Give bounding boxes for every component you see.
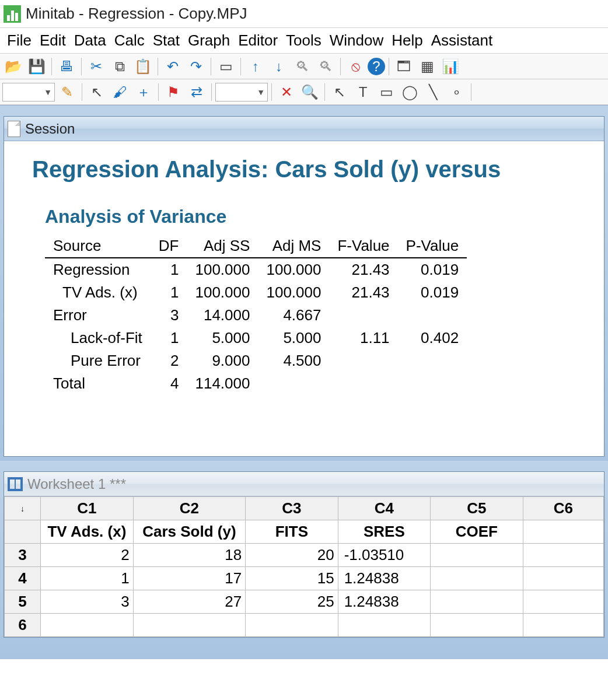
- row-header[interactable]: 5: [5, 590, 41, 614]
- col-header[interactable]: C6: [523, 497, 603, 520]
- style-dropdown[interactable]: ▼: [215, 83, 268, 102]
- cell[interactable]: 18: [133, 544, 246, 567]
- cut-icon[interactable]: ✂: [85, 56, 107, 77]
- col-name[interactable]: TV Ads. (x): [41, 520, 133, 544]
- crosshair-icon[interactable]: ＋: [132, 82, 155, 103]
- cell[interactable]: 15: [246, 567, 338, 590]
- help-icon[interactable]: ?: [368, 58, 385, 75]
- col-header[interactable]: C5: [431, 497, 523, 520]
- col-header[interactable]: C2: [133, 497, 246, 520]
- arrow-down-icon[interactable]: ↓: [268, 56, 290, 77]
- cell[interactable]: 1.24838: [338, 590, 430, 614]
- session-window[interactable]: Session Regression Analysis: Cars Sold (…: [4, 116, 604, 457]
- anova-cell: 1: [151, 327, 187, 349]
- menu-data[interactable]: Data: [71, 30, 110, 51]
- cell[interactable]: [523, 567, 603, 590]
- cell[interactable]: [338, 614, 430, 637]
- select-icon[interactable]: ↖: [329, 82, 351, 103]
- cell[interactable]: 1.24838: [338, 567, 430, 590]
- zoom-icon[interactable]: 🔍: [299, 82, 321, 103]
- cell[interactable]: 17: [133, 567, 246, 590]
- col-header[interactable]: C1: [41, 497, 133, 520]
- copy-icon[interactable]: ⧉: [109, 56, 131, 77]
- col-name[interactable]: Cars Sold (y): [133, 520, 246, 544]
- font-dropdown[interactable]: ▼: [2, 83, 55, 102]
- worksheet-window[interactable]: Worksheet 1 *** ↓C1C2C3C4C5C6 TV Ads. (x…: [4, 471, 604, 638]
- col-name[interactable]: FITS: [246, 520, 338, 544]
- cell[interactable]: [431, 567, 523, 590]
- col-name[interactable]: COEF: [431, 520, 523, 544]
- table-row: 5327251.24838: [5, 590, 604, 614]
- circle-tool-icon[interactable]: ◯: [399, 82, 421, 103]
- anova-header: Source: [45, 235, 151, 258]
- paste-icon[interactable]: 📋: [132, 56, 154, 77]
- menu-stat[interactable]: Stat: [149, 30, 183, 51]
- menu-calc[interactable]: Calc: [111, 30, 148, 51]
- anova-cell: 100.000: [187, 258, 258, 281]
- row-header[interactable]: 4: [5, 567, 41, 590]
- cell[interactable]: 2: [41, 544, 133, 567]
- marker-tool-icon[interactable]: ∘: [445, 82, 467, 103]
- worksheet-corner[interactable]: ↓: [5, 497, 41, 520]
- show-graphs-icon[interactable]: 📊: [439, 56, 462, 77]
- text-tool-icon[interactable]: T: [352, 82, 374, 103]
- col-name[interactable]: SRES: [338, 520, 430, 544]
- swap-icon[interactable]: ⇄: [186, 82, 208, 103]
- cell[interactable]: 1: [41, 567, 133, 590]
- col-header[interactable]: C3: [246, 497, 338, 520]
- flag-icon[interactable]: ⚑: [162, 82, 184, 103]
- cell[interactable]: [246, 614, 338, 637]
- cell[interactable]: 25: [246, 590, 338, 614]
- undo-icon[interactable]: ↶: [162, 56, 184, 77]
- save-icon[interactable]: 💾: [26, 56, 48, 77]
- cell[interactable]: [523, 614, 603, 637]
- col-header[interactable]: C4: [338, 497, 430, 520]
- show-session-icon[interactable]: 🗔: [393, 56, 415, 77]
- row-header[interactable]: 3: [5, 544, 41, 567]
- cell[interactable]: -1.03510: [338, 544, 430, 567]
- menu-tools[interactable]: Tools: [282, 30, 325, 51]
- cell[interactable]: 27: [133, 590, 246, 614]
- cell[interactable]: [431, 614, 523, 637]
- row-header[interactable]: 6: [5, 614, 41, 637]
- table-row: 4117151.24838: [5, 567, 604, 590]
- print-icon[interactable]: 🖶: [55, 56, 78, 77]
- brush-format-icon[interactable]: ✎: [56, 82, 78, 103]
- cancel-icon[interactable]: ⦸: [344, 56, 366, 77]
- menu-window[interactable]: Window: [326, 30, 387, 51]
- cell[interactable]: [523, 544, 603, 567]
- brush-icon[interactable]: 🖌: [109, 82, 131, 103]
- menu-graph[interactable]: Graph: [184, 30, 233, 51]
- open-icon[interactable]: 📂: [2, 56, 25, 77]
- cell[interactable]: [431, 590, 523, 614]
- session-titlebar[interactable]: Session: [4, 117, 604, 141]
- anova-row: Total4114.000: [45, 372, 467, 395]
- find-icon[interactable]: 🔍︎: [291, 56, 313, 77]
- cell[interactable]: 3: [41, 590, 133, 614]
- find-next-icon[interactable]: 🔍︎: [315, 56, 337, 77]
- col-name[interactable]: [523, 520, 603, 544]
- worksheet-corner-blank: [5, 520, 41, 544]
- cell[interactable]: [133, 614, 246, 637]
- cell[interactable]: 20: [246, 544, 338, 567]
- worksheet-titlebar[interactable]: Worksheet 1 ***: [4, 472, 604, 496]
- pointer-icon[interactable]: ↖: [86, 82, 108, 103]
- menu-edit[interactable]: Edit: [36, 30, 69, 51]
- arrow-up-icon[interactable]: ↑: [244, 56, 267, 77]
- delete-icon[interactable]: ✕: [275, 82, 298, 103]
- cell[interactable]: [41, 614, 133, 637]
- show-worksheets-icon[interactable]: ▦: [416, 56, 438, 77]
- cell[interactable]: [431, 544, 523, 567]
- rect-tool-icon[interactable]: ▭: [375, 82, 397, 103]
- line-tool-icon[interactable]: ╲: [422, 82, 444, 103]
- menu-editor[interactable]: Editor: [235, 30, 281, 51]
- cell[interactable]: [523, 590, 603, 614]
- worksheet-grid[interactable]: ↓C1C2C3C4C5C6 TV Ads. (x)Cars Sold (y)FI…: [4, 496, 604, 637]
- menu-file[interactable]: File: [4, 30, 35, 51]
- window-icon[interactable]: ▭: [215, 56, 237, 77]
- chevron-down-icon: ▼: [44, 88, 52, 97]
- redo-icon[interactable]: ↷: [185, 56, 207, 77]
- app-icon: [4, 5, 21, 23]
- menu-assistant[interactable]: Assistant: [428, 30, 497, 51]
- menu-help[interactable]: Help: [388, 30, 426, 51]
